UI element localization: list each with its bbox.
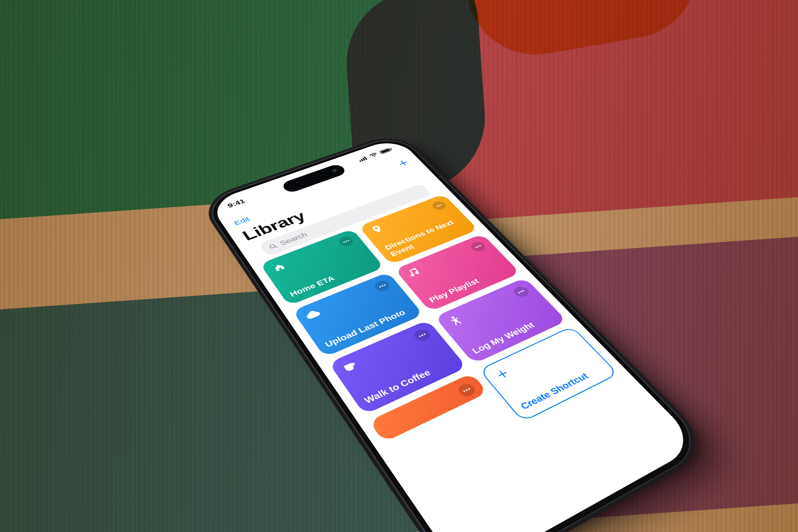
svg-point-26 [522, 290, 524, 291]
add-shortcut-button[interactable] [394, 158, 412, 169]
svg-point-23 [451, 316, 455, 319]
pin-icon [368, 224, 386, 236]
svg-point-9 [345, 241, 347, 242]
tile-partial-orange[interactable] [369, 373, 488, 442]
more-button[interactable] [430, 200, 448, 211]
more-button[interactable] [337, 235, 356, 248]
svg-point-27 [463, 391, 466, 392]
tile-walk-to-coffee[interactable]: Walk to Coffee [328, 320, 467, 415]
svg-point-19 [479, 245, 481, 247]
wifi-icon [369, 152, 379, 158]
battery-icon [379, 147, 393, 154]
phone-body: 9:41 [201, 133, 710, 532]
more-icon [518, 290, 525, 293]
svg-point-16 [383, 284, 386, 286]
more-icon [463, 388, 471, 392]
cellular-icon [358, 156, 369, 162]
more-icon [379, 284, 386, 288]
svg-point-8 [343, 241, 345, 243]
svg-point-25 [520, 291, 522, 292]
svg-point-10 [347, 240, 349, 241]
svg-rect-0 [359, 160, 362, 162]
svg-point-12 [438, 205, 440, 206]
status-time: 9:41 [226, 198, 246, 209]
search-placeholder: Search [278, 231, 309, 247]
tile-label: Walk to Coffee [362, 357, 456, 405]
more-icon [343, 240, 350, 243]
svg-point-29 [468, 388, 471, 390]
svg-point-13 [440, 204, 442, 206]
tile-label: Create Shortcut [518, 363, 606, 411]
svg-point-17 [475, 247, 477, 248]
more-button[interactable] [511, 285, 531, 299]
more-button[interactable] [456, 382, 478, 399]
tile-label: Log My Weight [470, 311, 556, 356]
svg-point-14 [379, 286, 381, 288]
more-icon [475, 245, 481, 248]
svg-point-20 [419, 336, 421, 337]
more-button[interactable] [373, 279, 392, 293]
more-button[interactable] [469, 240, 488, 253]
more-icon [436, 204, 442, 207]
cloud-icon [303, 307, 323, 322]
svg-point-24 [518, 291, 520, 293]
unknown-icon [381, 417, 403, 435]
search-icon [268, 243, 279, 250]
plus-icon [397, 159, 410, 167]
home-icon [270, 261, 288, 274]
phone-screen: 9:41 [208, 137, 700, 532]
accessibility-icon [445, 313, 466, 328]
svg-point-22 [423, 333, 425, 335]
cup-icon [340, 359, 361, 375]
svg-rect-1 [361, 159, 364, 161]
svg-point-18 [477, 246, 479, 247]
tile-label: Upload Last Photo [323, 306, 413, 349]
svg-point-7 [269, 244, 276, 249]
more-icon [419, 333, 426, 337]
svg-point-11 [436, 206, 438, 207]
svg-point-21 [421, 334, 423, 336]
music-icon [405, 266, 424, 280]
tile-create-shortcut[interactable]: Create Shortcut [479, 326, 619, 422]
svg-point-28 [466, 389, 468, 391]
more-button[interactable] [412, 327, 433, 343]
svg-point-15 [381, 285, 383, 287]
edit-button[interactable]: Edit [233, 215, 251, 226]
plus-icon [492, 366, 514, 382]
